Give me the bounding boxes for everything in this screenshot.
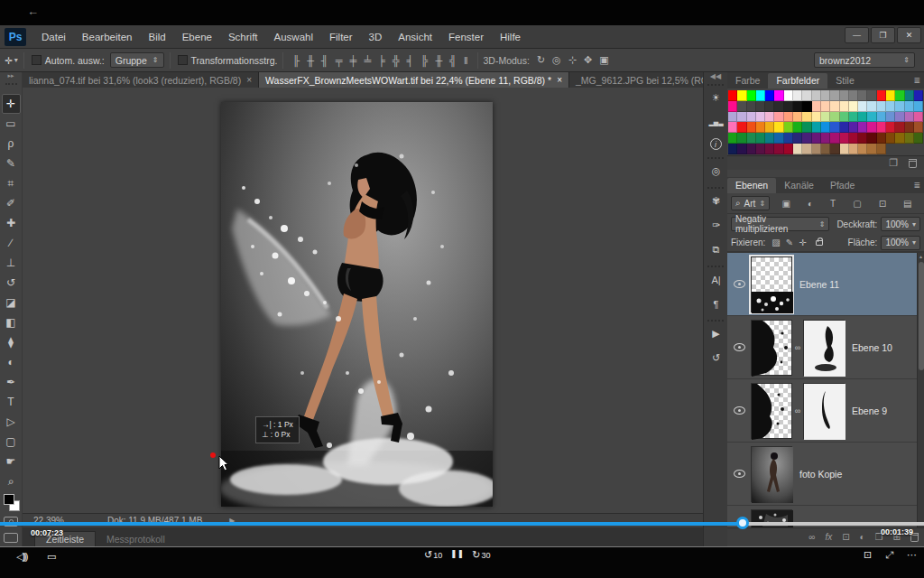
adjustments-panel-icon[interactable]: ☀	[707, 89, 725, 107]
quick-selection-tool[interactable]: ✎	[2, 154, 21, 173]
color-swatch[interactable]	[886, 122, 895, 133]
color-swatch[interactable]	[858, 133, 867, 144]
color-swatch[interactable]	[840, 112, 849, 123]
layer-thumbnail[interactable]	[751, 256, 792, 312]
auto-select-checkbox[interactable]	[32, 55, 42, 65]
crop-tool[interactable]: ⌗	[2, 173, 21, 193]
layer-row[interactable]: ∞Ebene 9	[727, 379, 924, 443]
color-swatch[interactable]	[914, 112, 923, 123]
eyedropper-tool[interactable]: ✐	[2, 193, 21, 213]
color-swatch[interactable]	[784, 101, 793, 112]
color-swatch[interactable]	[756, 122, 765, 133]
align-h-centers-icon[interactable]: ╫	[303, 55, 318, 66]
color-swatch[interactable]	[821, 101, 830, 112]
color-swatch[interactable]	[737, 101, 746, 112]
filter-pixel-layers-icon[interactable]: ▣	[780, 199, 793, 209]
layer-filter-dropdown[interactable]: ⌕ Art ⇕	[731, 196, 770, 210]
color-swatch[interactable]	[821, 90, 830, 101]
color-swatch[interactable]	[895, 133, 904, 144]
color-swatch[interactable]	[858, 144, 867, 154]
color-swatch[interactable]	[821, 122, 830, 133]
layer-mask-thumbnail[interactable]	[803, 383, 845, 439]
auto-select-target-dropdown[interactable]: Gruppe ⇕	[110, 52, 164, 68]
color-swatch[interactable]	[774, 133, 783, 144]
close-button[interactable]: ✕	[897, 27, 921, 43]
player-progress-bar[interactable]	[0, 522, 924, 526]
color-swatch[interactable]	[765, 101, 774, 112]
pause-button[interactable]: ❚❚	[450, 549, 464, 558]
align-bottom-edges-icon[interactable]: ╧	[360, 55, 374, 66]
restore-button[interactable]: ❐	[871, 27, 895, 43]
pip-icon[interactable]: ⊡	[864, 549, 872, 561]
brush-presets-panel-icon[interactable]: ✾	[707, 192, 725, 210]
menu-3d[interactable]: 3D	[361, 25, 391, 49]
volume-icon[interactable]: ◁)))	[16, 551, 26, 563]
layer-visibility-toggle[interactable]	[727, 280, 751, 288]
history-panel-icon[interactable]: ↺	[707, 350, 725, 367]
color-swatch[interactable]	[747, 133, 756, 144]
color-swatch[interactable]	[793, 144, 802, 154]
3d-slide-icon[interactable]: ✥	[580, 54, 596, 66]
lock-all-icon[interactable]	[816, 240, 823, 246]
tool-preset-picker[interactable]: ✛ ▾	[5, 55, 18, 66]
color-swatch[interactable]	[867, 122, 876, 133]
3d-orbit-icon[interactable]: ↻	[533, 54, 549, 66]
layer-visibility-toggle[interactable]	[727, 343, 751, 351]
color-swatch[interactable]	[895, 101, 904, 112]
layer-row[interactable]: foto Kopie	[727, 443, 924, 506]
layers-scrollbar[interactable]: ▴	[917, 253, 924, 527]
color-swatch[interactable]	[840, 122, 849, 133]
color-swatch[interactable]	[756, 133, 765, 144]
layer-visibility-toggle[interactable]	[727, 470, 751, 478]
menu-auswahl[interactable]: Auswahl	[266, 25, 321, 49]
color-swatch[interactable]	[765, 112, 774, 123]
color-swatch[interactable]	[821, 144, 830, 154]
color-swatch[interactable]	[784, 122, 793, 133]
color-swatch[interactable]	[840, 133, 849, 144]
color-swatch[interactable]	[774, 144, 783, 154]
color-swatch[interactable]	[737, 144, 746, 154]
color-swatch[interactable]	[774, 90, 783, 101]
filter-type-layers-icon[interactable]: T	[827, 199, 838, 209]
panel-menu-icon[interactable]: ≣	[913, 76, 920, 85]
foreground-color-chip[interactable]	[4, 494, 14, 505]
color-swatch[interactable]	[840, 101, 849, 112]
menu-filter[interactable]: Filter	[321, 25, 361, 49]
color-swatch[interactable]	[877, 90, 886, 101]
type-tool[interactable]: T	[2, 392, 21, 412]
lasso-tool[interactable]: ρ	[2, 134, 21, 154]
color-swatch[interactable]	[905, 112, 914, 123]
color-swatch[interactable]	[774, 101, 783, 112]
distribute-bottom-edges-icon[interactable]: ╡	[403, 55, 418, 66]
properties-panel-icon[interactable]: ◎	[707, 163, 725, 180]
color-swatch[interactable]	[765, 90, 774, 101]
color-swatch[interactable]	[905, 101, 914, 112]
color-swatch[interactable]	[737, 133, 746, 144]
color-swatch[interactable]	[886, 101, 895, 112]
color-swatch[interactable]	[812, 90, 821, 101]
color-swatch[interactable]	[886, 112, 895, 123]
color-swatch[interactable]	[905, 133, 914, 144]
tab-farbe[interactable]: Farbe	[727, 73, 768, 89]
menu-bearbeiten[interactable]: Bearbeiten	[74, 25, 141, 49]
toolbar-collapse-icon[interactable]: ▸▸	[0, 72, 22, 81]
color-swatch[interactable]	[914, 133, 923, 144]
color-swatch[interactable]	[830, 144, 839, 154]
align-left-edges-icon[interactable]: ╟	[289, 55, 303, 66]
filter-shape-layers-icon[interactable]: ▢	[850, 199, 864, 209]
shape-tool[interactable]: ▢	[2, 432, 21, 452]
pen-tool[interactable]: ✒	[2, 372, 21, 392]
color-swatch[interactable]	[793, 101, 802, 112]
lock-pixels-icon[interactable]: ✎	[783, 238, 796, 247]
color-swatch[interactable]	[793, 122, 802, 133]
gradient-tool[interactable]: ◧	[2, 312, 21, 332]
opacity-dropdown[interactable]: 100% ▾	[881, 217, 920, 231]
color-swatch[interactable]	[728, 144, 737, 154]
marquee-tool[interactable]: ▭	[2, 114, 21, 134]
new-adjustment-layer-icon[interactable]: ◐	[860, 532, 865, 542]
move-tool[interactable]: ✛	[2, 94, 21, 114]
color-swatch[interactable]	[812, 122, 821, 133]
color-swatch[interactable]	[747, 112, 756, 123]
filter-smart-objects-icon[interactable]: ⊡	[876, 199, 889, 209]
menu-schrift[interactable]: Schrift	[220, 25, 266, 49]
